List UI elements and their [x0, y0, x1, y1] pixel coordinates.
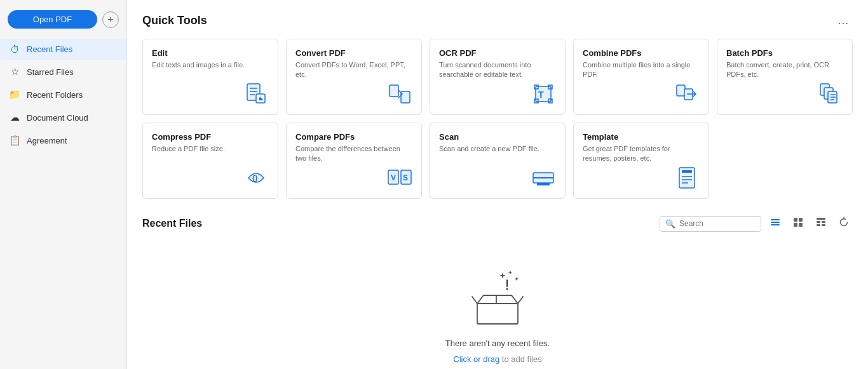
quick-tools-title: Quick Tools — [142, 14, 207, 27]
empty-state-link: Click or drag to add files — [453, 354, 541, 364]
tool-icon-compare-pdfs: VS — [386, 164, 414, 192]
tool-card-edit[interactable]: Edit Edit texts and images in a file. — [142, 39, 278, 115]
sidebar: Open PDF + ⏱Recent Files☆Starred Files📁R… — [0, 0, 127, 369]
quick-tools-header: Quick Tools … — [142, 13, 853, 29]
tool-icon-combine-pdfs — [673, 80, 701, 108]
svg-rect-13 — [677, 85, 685, 96]
tool-card-ocr-pdf[interactable]: OCR PDF Turn scanned documents into sear… — [430, 39, 566, 115]
tool-card-compare-pdfs[interactable]: Compare PDFs Compare the differences bet… — [286, 123, 422, 199]
sidebar-item-recent-files[interactable]: ⏱Recent Files — [0, 39, 126, 60]
svg-rect-37 — [771, 224, 780, 225]
tool-card-scan[interactable]: Scan Scan and create a new PDF file. — [430, 123, 566, 199]
sidebar-item-label: Agreement — [27, 136, 67, 145]
more-button[interactable]: … — [834, 13, 853, 29]
tool-title-convert-pdf: Convert PDF — [295, 48, 412, 58]
search-input[interactable] — [679, 219, 756, 228]
sidebar-item-label: Recent Files — [27, 44, 72, 54]
sidebar-item-starred-files[interactable]: ☆Starred Files — [0, 61, 126, 83]
svg-rect-42 — [817, 218, 825, 220]
recent-folders-icon: 📁 — [9, 89, 20, 100]
sidebar-item-recent-folders[interactable]: 📁Recent Folders — [0, 84, 126, 105]
svg-rect-44 — [822, 221, 825, 223]
tool-icon-convert-pdf — [386, 80, 414, 108]
table-view-button[interactable] — [812, 214, 830, 233]
tool-icon-batch-pdfs — [817, 80, 844, 108]
svg-rect-40 — [794, 223, 797, 227]
tool-card-compress-pdf[interactable]: Compress PDF Reduce a PDF file size. {} — [142, 123, 278, 199]
tool-card-batch-pdfs[interactable]: Batch PDFs Batch convert, create, print,… — [717, 39, 853, 115]
svg-rect-36 — [771, 222, 780, 223]
svg-rect-6 — [401, 91, 410, 103]
sidebar-top: Open PDF + — [0, 5, 126, 36]
svg-rect-41 — [799, 223, 803, 227]
svg-rect-31 — [682, 170, 692, 173]
tool-title-edit: Edit — [152, 48, 269, 58]
svg-text:S: S — [403, 173, 408, 182]
svg-text:V: V — [391, 173, 396, 182]
tool-title-compare-pdfs: Compare PDFs — [295, 132, 412, 142]
svg-rect-46 — [822, 224, 825, 226]
sidebar-nav: ⏱Recent Files☆Starred Files📁Recent Folde… — [0, 36, 126, 154]
document-cloud-icon: ☁ — [9, 112, 20, 123]
sidebar-item-label: Recent Folders — [27, 90, 83, 100]
tool-title-template: Template — [583, 132, 700, 142]
tool-card-combine-pdfs[interactable]: Combine PDFs Combine multiple files into… — [573, 39, 709, 115]
sidebar-item-label: Starred Files — [27, 67, 74, 77]
add-button[interactable]: + — [102, 11, 119, 28]
tool-icon-scan — [529, 164, 557, 192]
search-icon: 🔍 — [665, 219, 675, 229]
tool-icon-ocr-pdf: T — [529, 80, 557, 108]
svg-rect-43 — [817, 221, 820, 223]
tool-title-scan: Scan — [439, 132, 556, 142]
empty-box-illustration — [459, 269, 536, 332]
tool-icon-template — [673, 164, 701, 192]
sidebar-item-agreement[interactable]: 📋Agreement — [0, 130, 126, 151]
empty-state: There aren't any recent files. Click or … — [142, 243, 853, 369]
starred-files-icon: ☆ — [9, 66, 20, 77]
svg-rect-38 — [794, 218, 797, 222]
tool-title-combine-pdfs: Combine PDFs — [583, 48, 700, 58]
search-box: 🔍 — [660, 216, 761, 232]
refresh-button[interactable] — [835, 214, 853, 233]
grid-view-button[interactable] — [789, 214, 807, 233]
svg-text:T: T — [538, 90, 544, 100]
main-content: Quick Tools … Edit Edit texts and images… — [127, 0, 868, 369]
list-view-button[interactable] — [766, 214, 784, 233]
svg-text:{}: {} — [252, 174, 258, 182]
sidebar-item-document-cloud[interactable]: ☁Document Cloud — [0, 107, 126, 128]
tool-card-convert-pdf[interactable]: Convert PDF Convert PDFs to Word, Excel,… — [286, 39, 422, 115]
tool-title-ocr-pdf: OCR PDF — [439, 48, 556, 58]
recent-files-title: Recent Files — [142, 218, 202, 229]
tool-icon-compress-pdf: {} — [242, 164, 270, 192]
recent-files-header: Recent Files 🔍 — [142, 214, 853, 233]
tool-card-template[interactable]: Template Get great PDF templates for res… — [573, 123, 709, 199]
tool-title-compress-pdf: Compress PDF — [152, 132, 269, 142]
svg-rect-45 — [817, 224, 820, 226]
svg-rect-39 — [799, 218, 803, 222]
add-files-link[interactable]: Click or drag — [453, 354, 499, 364]
svg-rect-35 — [771, 219, 780, 220]
svg-rect-5 — [390, 85, 398, 97]
sidebar-item-label: Document Cloud — [27, 113, 88, 123]
recent-files-icon: ⏱ — [9, 44, 20, 55]
recent-controls: 🔍 — [660, 214, 853, 233]
agreement-icon: 📋 — [9, 135, 20, 146]
svg-point-54 — [506, 288, 508, 290]
tool-icon-edit — [242, 80, 270, 108]
svg-rect-29 — [537, 183, 550, 185]
empty-state-text: There aren't any recent files. — [445, 339, 550, 348]
tool-title-batch-pdfs: Batch PDFs — [726, 48, 843, 58]
tools-grid: Edit Edit texts and images in a file. Co… — [142, 39, 853, 199]
open-pdf-button[interactable]: Open PDF — [8, 10, 97, 29]
